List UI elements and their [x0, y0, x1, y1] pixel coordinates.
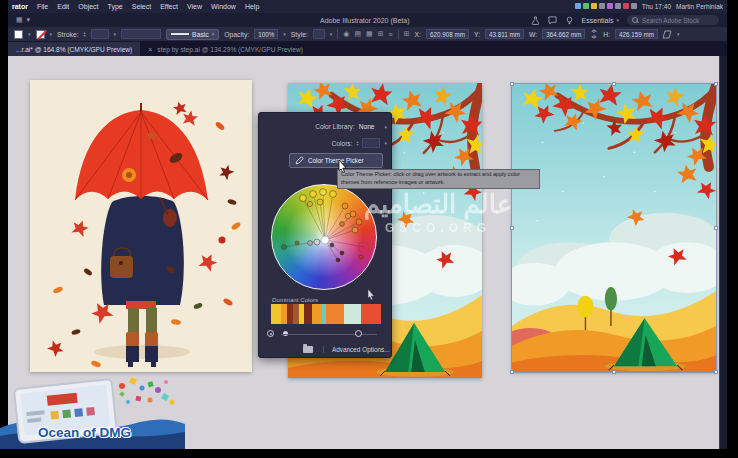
x-value-field[interactable]: 620.908 mm — [426, 29, 469, 39]
menu-item-help[interactable]: Help — [245, 3, 259, 10]
status-icon[interactable] — [591, 3, 597, 9]
menu-item-edit[interactable]: Edit — [57, 3, 69, 10]
recolor-artwork-icon[interactable]: ▤ — [354, 30, 361, 38]
selection-handle[interactable] — [612, 82, 616, 86]
chat-icon[interactable] — [548, 16, 557, 25]
dominant-color-swatch[interactable] — [312, 304, 322, 324]
colors-dropdown[interactable] — [362, 138, 380, 148]
reference-point-icon[interactable]: ⊞ — [404, 30, 410, 38]
align-center-icon[interactable]: ⊞ — [378, 30, 384, 38]
document-tab-2[interactable]: × step by step.ai @ 134.29% (CMYK/GPU Pr… — [140, 42, 311, 56]
h-value-field[interactable]: 426.159 mm — [615, 29, 658, 39]
stroke-width-dropdown[interactable] — [91, 29, 109, 39]
menu-user[interactable]: Martin Perhiniak — [676, 3, 723, 10]
folder-icon[interactable] — [303, 346, 313, 353]
chevron-down-icon[interactable]: ▾ — [384, 140, 387, 146]
status-icon[interactable] — [599, 3, 605, 9]
dominant-color-swatch[interactable] — [304, 304, 312, 324]
fill-color-swatch[interactable] — [14, 30, 23, 39]
color-theme-picker-button[interactable]: Color Theme Picker — [289, 153, 383, 168]
stroke-caret-icon[interactable]: ▾ — [50, 31, 53, 37]
shear-icon[interactable] — [663, 30, 672, 39]
titlebar-right: Essentials ▾ Search Adobe Stock — [531, 15, 719, 25]
status-icon[interactable] — [623, 3, 629, 9]
status-icon[interactable] — [615, 3, 621, 9]
dominant-color-swatch[interactable] — [361, 304, 381, 324]
dominant-color-swatch[interactable] — [326, 304, 344, 324]
artboard-umbrella-girl[interactable] — [30, 80, 252, 372]
chevron-down-icon: ▾ — [384, 124, 387, 130]
selection-handle[interactable] — [510, 82, 514, 86]
fill-caret-icon[interactable]: ▾ — [28, 31, 31, 37]
selection-handle[interactable] — [612, 370, 616, 374]
stroke-stepper[interactable]: ▴▾ — [84, 31, 86, 37]
opacity-caret-icon[interactable]: ▾ — [283, 31, 286, 37]
menu-item-file[interactable]: File — [37, 3, 48, 10]
slider-track[interactable] — [281, 334, 377, 336]
workspace-label: Essentials — [582, 17, 614, 24]
align-right-icon[interactable]: ≡ — [389, 31, 393, 38]
menu-item-object[interactable]: Object — [78, 3, 98, 10]
eyedropper-icon — [294, 156, 304, 166]
selection-handle[interactable] — [714, 226, 718, 230]
document-tab-active[interactable]: ...r.ai* @ 164.8% (CMYK/GPU Preview) — [8, 42, 140, 56]
search-input[interactable]: Search Adobe Stock — [627, 15, 719, 25]
selection-handle[interactable] — [714, 370, 718, 374]
stroke-width-caret-icon[interactable]: ▾ — [114, 31, 117, 37]
dominant-color-swatch[interactable] — [344, 304, 362, 324]
color-count-slider[interactable] — [267, 329, 385, 339]
color-wheel[interactable] — [271, 184, 377, 290]
dominant-color-swatch[interactable] — [271, 304, 281, 324]
align-left-icon[interactable]: ▦ — [366, 30, 373, 38]
lightbulb-icon[interactable] — [565, 16, 574, 25]
menu-item-effect[interactable]: Effect — [160, 3, 178, 10]
logo-graphic — [0, 372, 185, 452]
workspace-switcher[interactable]: Essentials ▾ — [582, 17, 619, 24]
status-icon[interactable] — [607, 3, 613, 9]
search-placeholder: Search Adobe Stock — [642, 17, 699, 24]
link-dimensions-icon[interactable] — [590, 29, 598, 39]
opacity-label: Opacity: — [224, 31, 249, 38]
colors-stepper[interactable]: ▴▾ — [356, 140, 358, 146]
control-bar: ▾ ▾ Stroke: ▴▾ ▾ Basic ▾ Opacity: 100% ▾… — [8, 27, 727, 42]
dominant-colors-label: Dominant Colors — [272, 296, 318, 303]
recolor-artwork-panel: Color Library: None ▾ Colors: ▴▾ ▾ Color… — [258, 112, 392, 358]
brush-stroke-preview — [171, 33, 189, 35]
brush-name: Basic — [192, 31, 209, 38]
style-dropdown[interactable] — [313, 29, 325, 39]
opacity-value[interactable]: 100% — [254, 29, 278, 39]
close-tab-icon[interactable]: × — [148, 46, 152, 53]
menu-item-window[interactable]: Window — [211, 3, 236, 10]
tooltip: Color Theme Picker: click or drag over a… — [337, 169, 540, 189]
menu-item-type[interactable]: Type — [108, 3, 123, 10]
color-library-dropdown[interactable]: None ▾ — [359, 123, 387, 130]
stroke-color-swatch[interactable] — [36, 30, 45, 39]
selection-handle[interactable] — [714, 82, 718, 86]
chevron-down-icon: ▾ — [616, 17, 619, 23]
artboard-camping-2-selected[interactable] — [512, 84, 716, 372]
beta-flask-icon[interactable] — [531, 16, 540, 25]
width-profile-dropdown[interactable] — [121, 29, 161, 39]
y-value-field[interactable]: 43.811 mm — [485, 29, 524, 39]
w-value-field[interactable]: 364.662 mm — [542, 29, 585, 39]
menu-item-select[interactable]: Select — [132, 3, 151, 10]
document-setup-icon[interactable]: ◉ — [343, 30, 349, 38]
app-name-partial: rator — [12, 3, 28, 10]
selection-handle[interactable] — [510, 226, 514, 230]
y-label: Y: — [474, 31, 480, 38]
w-label: W: — [529, 31, 537, 38]
selection-handle[interactable] — [510, 370, 514, 374]
menu-item-view[interactable]: View — [187, 3, 202, 10]
mouse-cursor — [338, 160, 347, 173]
style-caret-icon[interactable]: ▾ — [330, 31, 333, 37]
status-icon[interactable] — [631, 3, 637, 9]
brush-definition-dropdown[interactable]: Basic ▾ — [166, 29, 219, 40]
status-icon[interactable] — [575, 3, 581, 9]
advanced-options-button[interactable]: Advanced Options... — [323, 346, 390, 353]
macos-menu-bar: rator File Edit Object Type Select Effec… — [8, 0, 727, 13]
home-screen-icon[interactable]: ▦ ▾ — [16, 16, 31, 24]
transform-more-caret-icon[interactable]: ▾ — [677, 31, 680, 37]
status-icon[interactable] — [583, 3, 589, 9]
panel-dock-strip — [719, 56, 727, 449]
slider-handle-right[interactable] — [355, 330, 362, 337]
